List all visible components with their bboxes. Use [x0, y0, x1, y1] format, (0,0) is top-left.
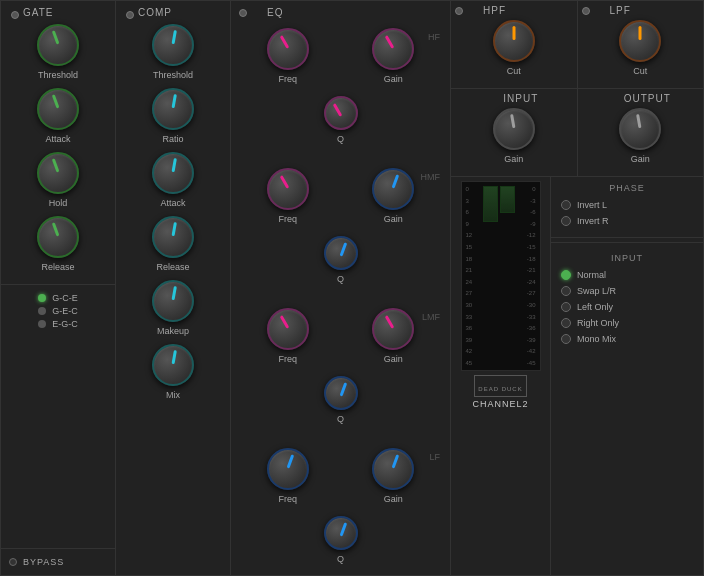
hf-q-knob[interactable]: [324, 96, 358, 130]
brand-text: DEAD DUCK: [478, 386, 522, 392]
bypass-label: BYPASS: [23, 557, 64, 567]
gate-release-knob[interactable]: [37, 216, 79, 258]
lf-q-row: Q: [235, 516, 446, 572]
comp-attack-label: Attack: [160, 198, 185, 208]
gate-attack-knob[interactable]: [37, 88, 79, 130]
hmf-freq-group: Freq: [267, 168, 309, 224]
hf-gain-group: Gain: [372, 28, 414, 84]
input-routing-block: INPUT Normal Swap L/R Left Only: [551, 247, 703, 355]
lf-freq-knob[interactable]: [267, 448, 309, 490]
comp-threshold-knob[interactable]: [152, 24, 194, 66]
comp-mix-label: Mix: [166, 390, 180, 400]
gate-divider: [1, 284, 115, 285]
input-title: INPUT: [503, 93, 538, 104]
hf-freq-group: Freq: [267, 28, 309, 84]
hmf-q-knob[interactable]: [324, 236, 358, 270]
comp-makeup-knob[interactable]: [152, 280, 194, 322]
output-gain-group: Gain: [619, 108, 661, 164]
routing-swap[interactable]: Swap L/R: [561, 285, 693, 297]
hf-q-group: Q: [324, 96, 358, 144]
hmf-q-group: Q: [324, 236, 358, 284]
eq-lmf-section: LMF Freq Gain Q: [235, 304, 446, 436]
routing-mono-dot: [561, 334, 571, 344]
chain-gec-dot: [38, 307, 46, 315]
comp-title: COMP: [138, 7, 172, 18]
lmf-gain-knob[interactable]: [372, 308, 414, 350]
chain-gce[interactable]: G-C-E: [38, 293, 78, 303]
right-section: HPF Cut LPF Cut: [451, 1, 703, 575]
vu-right-scale: 0 -3 -6 -9 -12 -15 -18 -21 -24 -27 -30 -…: [518, 186, 536, 366]
comp-ratio-group: Ratio: [152, 88, 194, 144]
lpf-cut-label: Cut: [633, 66, 647, 76]
eq-dot: [239, 9, 247, 17]
comp-release-knob[interactable]: [152, 216, 194, 258]
comp-mix-knob[interactable]: [152, 344, 194, 386]
input-routing-title: INPUT: [561, 253, 693, 263]
routing-normal[interactable]: Normal: [561, 269, 693, 281]
gate-header: GATE: [1, 1, 115, 24]
lpf-panel: LPF Cut: [578, 1, 704, 88]
lf-gain-knob[interactable]: [372, 448, 414, 490]
routing-left-only[interactable]: Left Only: [561, 301, 693, 313]
filters-row: HPF Cut LPF Cut: [451, 1, 703, 89]
comp-ratio-label: Ratio: [162, 134, 183, 144]
hmf-freq-gain-row: Freq Gain: [235, 164, 446, 236]
hpf-cut-knob[interactable]: [493, 20, 535, 62]
hf-gain-knob[interactable]: [372, 28, 414, 70]
routing-right-only[interactable]: Right Only: [561, 317, 693, 329]
chain-gec[interactable]: G-E-C: [38, 306, 78, 316]
hf-q-row: Q: [235, 96, 446, 152]
lmf-q-group: Q: [324, 376, 358, 424]
output-gain-knob[interactable]: [619, 108, 661, 150]
bypass-row[interactable]: BYPASS: [1, 548, 115, 575]
input-gain-group: Gain: [493, 108, 535, 164]
comp-attack-group: Attack: [152, 152, 194, 208]
routing-mono-mix[interactable]: Mono Mix: [561, 333, 693, 345]
hmf-q-label: Q: [337, 274, 344, 284]
comp-ratio-knob[interactable]: [152, 88, 194, 130]
lmf-freq-gain-row: Freq Gain: [235, 304, 446, 376]
output-gain-label: Gain: [631, 154, 650, 164]
routing-left-dot: [561, 302, 571, 312]
input-gain-panel: INPUT Gain: [451, 89, 578, 176]
comp-attack-knob[interactable]: [152, 152, 194, 194]
routing-swap-dot: [561, 286, 571, 296]
comp-release-group: Release: [152, 216, 194, 272]
gate-hold-knob[interactable]: [37, 152, 79, 194]
gain-row: INPUT Gain OUTPUT Gain: [451, 89, 703, 177]
lf-q-knob[interactable]: [324, 516, 358, 550]
chain-gce-label: G-C-E: [52, 293, 78, 303]
phase-invert-l-dot: [561, 200, 571, 210]
middle-section: 0 3 6 9 12 15 18 21 24 27 30 33 36 39: [451, 177, 703, 575]
lpf-cut-group: Cut: [619, 20, 661, 76]
routing-normal-dot: [561, 270, 571, 280]
chain-options: G-C-E G-E-C E-G-C: [30, 289, 86, 336]
lmf-freq-knob[interactable]: [267, 308, 309, 350]
phase-invert-l[interactable]: Invert L: [561, 199, 693, 211]
lmf-gain-label: Gain: [384, 354, 403, 364]
hmf-gain-group: Gain: [372, 168, 414, 224]
hmf-label: HMF: [421, 172, 441, 182]
input-gain-knob[interactable]: [493, 108, 535, 150]
vu-meter-section: 0 3 6 9 12 15 18 21 24 27 30 33 36 39: [451, 177, 551, 575]
hf-q-label: Q: [337, 134, 344, 144]
hmf-gain-knob[interactable]: [372, 168, 414, 210]
lf-freq-gain-row: Freq Gain: [235, 444, 446, 516]
lf-gain-label: Gain: [384, 494, 403, 504]
chain-egc[interactable]: E-G-C: [38, 319, 78, 329]
hmf-freq-knob[interactable]: [267, 168, 309, 210]
lpf-cut-knob[interactable]: [619, 20, 661, 62]
comp-panel: COMP Threshold Ratio Attack Release Make…: [116, 1, 231, 575]
hf-freq-knob[interactable]: [267, 28, 309, 70]
gate-title: GATE: [23, 7, 53, 18]
gate-threshold-label: Threshold: [38, 70, 78, 80]
vu-bars: [483, 186, 515, 366]
phase-invert-r[interactable]: Invert R: [561, 215, 693, 227]
lmf-q-knob[interactable]: [324, 376, 358, 410]
vu-bar-l: [483, 186, 498, 222]
gate-release-group: Release: [37, 216, 79, 272]
hf-gain-label: Gain: [384, 74, 403, 84]
comp-dot: [126, 11, 134, 19]
gate-threshold-knob[interactable]: [37, 24, 79, 66]
input-gain-label: Gain: [504, 154, 523, 164]
